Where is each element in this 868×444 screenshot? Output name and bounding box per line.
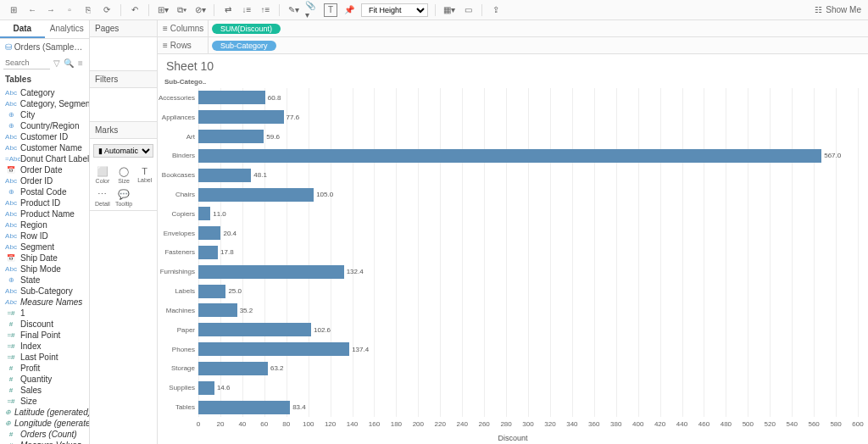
show-me-button[interactable]: ☷ Show Me: [815, 5, 861, 14]
bar[interactable]: [198, 169, 251, 182]
field-item[interactable]: AbcMeasure Names: [0, 297, 89, 308]
bar[interactable]: [198, 149, 821, 163]
rows-pill[interactable]: Sub-Category: [212, 41, 276, 51]
field-item[interactable]: #Discount: [0, 319, 89, 330]
mark-label[interactable]: TLabel: [136, 164, 153, 186]
logo-icon[interactable]: ⊞: [7, 3, 20, 17]
bar-row[interactable]: Labels25.0: [198, 281, 858, 301]
mark-size[interactable]: ◯Size: [114, 164, 134, 186]
field-item[interactable]: AbcOrder ID: [0, 175, 89, 186]
new-worksheet-icon[interactable]: ⊞▾: [156, 3, 170, 17]
sort-desc-icon[interactable]: ↑≡: [259, 3, 272, 17]
mark-type-select[interactable]: ▮ Automatic: [93, 144, 153, 158]
bar[interactable]: [198, 303, 237, 317]
duplicate-icon[interactable]: ⧉▾: [175, 3, 188, 17]
bar-row[interactable]: Phones137.4: [198, 340, 858, 359]
bar[interactable]: [198, 246, 218, 259]
rows-shelf[interactable]: ≡Rows Sub-Category: [158, 37, 868, 54]
sort-asc-icon[interactable]: ↓≡: [240, 3, 253, 17]
save-icon[interactable]: ▫: [63, 3, 76, 17]
search-input[interactable]: [3, 57, 50, 69]
field-item[interactable]: =#Last Point: [0, 352, 89, 363]
filter-icon[interactable]: ▽: [52, 58, 62, 69]
bar[interactable]: [198, 323, 311, 336]
pages-shelf[interactable]: [90, 37, 157, 71]
plot-area[interactable]: Accessories60.8Appliances77.6Art59.6Bind…: [198, 88, 858, 417]
group-icon[interactable]: 📎▾: [305, 3, 319, 17]
field-item[interactable]: AbcCategory, Segment, Sub...: [0, 98, 89, 109]
bar-row[interactable]: Copiers11.0: [198, 204, 858, 224]
menu-icon[interactable]: ≡: [75, 58, 86, 69]
bar[interactable]: [198, 207, 210, 220]
present-icon[interactable]: ▭: [461, 3, 475, 17]
field-item[interactable]: ⊕Postal Code: [0, 186, 89, 197]
bar[interactable]: [198, 362, 268, 375]
forward-icon[interactable]: →: [44, 3, 58, 17]
datasource-item[interactable]: ⛁ Orders (Sample - Supe...: [0, 39, 89, 55]
bar-row[interactable]: Appliances77.6: [198, 108, 858, 127]
new-data-icon[interactable]: ⎘: [81, 3, 95, 17]
share-icon[interactable]: ⇪: [489, 3, 503, 17]
label-icon[interactable]: T: [324, 3, 337, 17]
field-item[interactable]: AbcRow ID: [0, 230, 89, 241]
field-item[interactable]: =AbcDonut Chart Label: [0, 153, 89, 164]
bar-row[interactable]: Machines35.2: [198, 301, 858, 320]
field-item[interactable]: ⊕Latitude (generated): [0, 407, 89, 418]
field-item[interactable]: AbcProduct Name: [0, 208, 89, 219]
columns-shelf[interactable]: ≡Columns SUM(Discount): [158, 20, 868, 37]
field-item[interactable]: =#Size: [0, 396, 89, 407]
field-item[interactable]: #Measure Values: [0, 440, 89, 444]
bar-row[interactable]: Envelopes20.4: [198, 224, 858, 243]
bar[interactable]: [198, 91, 265, 104]
highlight-icon[interactable]: ✎▾: [287, 3, 300, 17]
field-item[interactable]: AbcSub-Category: [0, 286, 89, 297]
field-item[interactable]: 📅Order Date: [0, 164, 89, 175]
field-item[interactable]: #Sales: [0, 385, 89, 396]
columns-pill[interactable]: SUM(Discount): [212, 24, 281, 34]
mark-tooltip[interactable]: 💬Tooltip: [114, 187, 134, 208]
clear-icon[interactable]: ⊘▾: [193, 3, 207, 17]
field-item[interactable]: AbcProduct ID: [0, 197, 89, 208]
field-item[interactable]: =#1: [0, 308, 89, 319]
bar[interactable]: [198, 130, 264, 143]
bar[interactable]: [198, 342, 349, 356]
bar-row[interactable]: Art59.6: [198, 127, 858, 147]
bar[interactable]: [198, 401, 290, 414]
refresh-icon[interactable]: ⟳: [100, 3, 114, 17]
filters-shelf[interactable]: [90, 88, 157, 122]
bar-row[interactable]: Storage63.2: [198, 359, 858, 379]
mark-detail[interactable]: ⋯Detail: [93, 187, 112, 208]
tab-analytics[interactable]: Analytics: [45, 20, 90, 38]
undo-icon[interactable]: ↶: [128, 3, 142, 17]
field-item[interactable]: ⊕City: [0, 109, 89, 120]
field-item[interactable]: AbcShip Mode: [0, 264, 89, 275]
bar-row[interactable]: Chairs105.0: [198, 185, 858, 204]
bar-row[interactable]: Fasteners17.8: [198, 243, 858, 263]
mark-color[interactable]: ⬜Color: [93, 164, 112, 186]
cards-icon[interactable]: ▦▾: [442, 3, 456, 17]
bar-row[interactable]: Accessories60.8: [198, 88, 858, 108]
bar[interactable]: [198, 381, 214, 395]
bar-row[interactable]: Furnishings132.4: [198, 262, 858, 281]
field-item[interactable]: ⊕Longitude (generated): [0, 418, 89, 429]
sheet-title[interactable]: Sheet 10: [158, 54, 868, 78]
pin-icon[interactable]: 📌: [342, 3, 356, 17]
field-item[interactable]: ⊕Country/Region: [0, 120, 89, 131]
bar-row[interactable]: Binders567.0: [198, 146, 858, 165]
field-item[interactable]: #Orders (Count): [0, 429, 89, 440]
field-item[interactable]: AbcRegion: [0, 219, 89, 230]
back-icon[interactable]: ←: [25, 3, 39, 17]
bar[interactable]: [198, 285, 225, 298]
field-item[interactable]: ⊕State: [0, 275, 89, 286]
field-item[interactable]: AbcCustomer ID: [0, 131, 89, 142]
field-item[interactable]: =#Final Point: [0, 330, 89, 341]
field-item[interactable]: #Profit: [0, 363, 89, 374]
bar[interactable]: [198, 188, 314, 202]
bar-row[interactable]: Paper102.6: [198, 320, 858, 340]
field-item[interactable]: AbcSegment: [0, 241, 89, 253]
tab-data[interactable]: Data: [0, 20, 45, 38]
find-icon[interactable]: 🔍: [64, 58, 74, 69]
bar[interactable]: [198, 226, 220, 240]
field-item[interactable]: AbcCustomer Name: [0, 142, 89, 153]
bar-row[interactable]: Tables83.4: [198, 397, 858, 417]
